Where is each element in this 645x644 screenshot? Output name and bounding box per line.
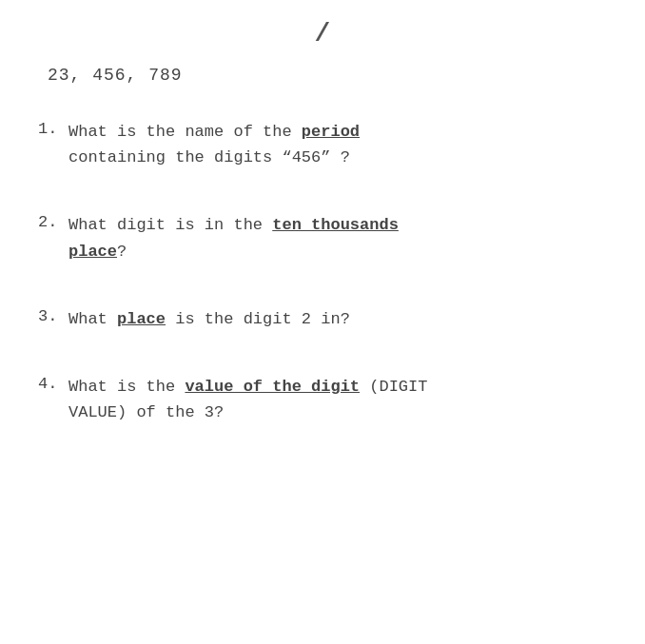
- question-text-1: What is the name of the period containin…: [68, 119, 360, 170]
- question-text-4: What is the value of the digit (DIGIT VA…: [68, 374, 427, 425]
- question-4: 4. What is the value of the digit (DIGIT…: [38, 374, 607, 425]
- question-number-3: 3.: [38, 306, 68, 325]
- question-number-2: 2.: [38, 212, 68, 231]
- question-2: 2. What digit is in the ten thousands pl…: [38, 212, 607, 263]
- top-indicator: /: [38, 19, 607, 49]
- question-text-2: What digit is in the ten thousands place…: [68, 212, 399, 263]
- number-display: 23, 456, 789: [48, 66, 607, 85]
- question-1: 1. What is the name of the period contai…: [38, 119, 607, 170]
- question-text-3: What place is the digit 2 in?: [68, 306, 350, 332]
- question-number-4: 4.: [38, 374, 68, 393]
- question-3: 3. What place is the digit 2 in?: [38, 306, 607, 332]
- question-number-1: 1.: [38, 119, 68, 138]
